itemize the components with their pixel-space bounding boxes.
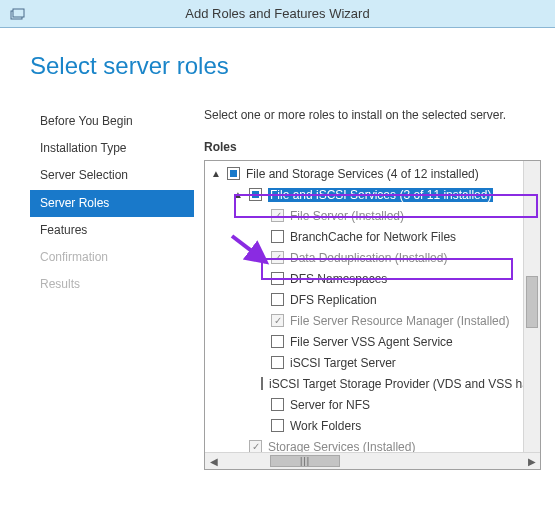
scroll-right-icon[interactable]: ▶ <box>523 453 540 469</box>
role-checkbox[interactable] <box>271 293 284 306</box>
role-checkbox: ✓ <box>271 251 284 264</box>
role-label[interactable]: File Server VSS Agent Service <box>290 335 453 349</box>
horizontal-scrollbar[interactable]: ◀ ||| ▶ <box>205 452 540 469</box>
sidebar-item-features[interactable]: Features <box>30 217 194 244</box>
role-label[interactable]: BranchCache for Network Files <box>290 230 456 244</box>
tree-item[interactable]: BranchCache for Network Files <box>211 226 523 247</box>
role-checkbox[interactable] <box>271 230 284 243</box>
sidebar-item-confirmation: Confirmation <box>30 244 194 271</box>
vertical-scrollbar[interactable] <box>523 161 540 452</box>
role-checkbox[interactable] <box>227 167 240 180</box>
step-sidebar: Before You Begin Installation Type Serve… <box>30 108 194 470</box>
tree-item[interactable]: ✓Storage Services (Installed) <box>211 436 523 452</box>
tree-item[interactable]: ▲File and Storage Services (4 of 12 inst… <box>211 163 523 184</box>
role-label[interactable]: Server for NFS <box>290 398 370 412</box>
role-checkbox: ✓ <box>271 209 284 222</box>
tree-item[interactable]: DFS Replication <box>211 289 523 310</box>
tree-item[interactable]: DFS Namespaces <box>211 268 523 289</box>
sidebar-item-results: Results <box>30 271 194 298</box>
role-label[interactable]: File Server Resource Manager (Installed) <box>290 314 509 328</box>
sidebar-item-before-you-begin[interactable]: Before You Begin <box>30 108 194 135</box>
role-checkbox[interactable] <box>271 398 284 411</box>
tree-item[interactable]: ✓File Server Resource Manager (Installed… <box>211 310 523 331</box>
window-title: Add Roles and Features Wizard <box>185 6 369 21</box>
tree-item[interactable]: File Server VSS Agent Service <box>211 331 523 352</box>
expand-toggle-icon[interactable]: ▲ <box>211 168 221 179</box>
tree-item[interactable]: iSCSI Target Storage Provider (VDS and V… <box>211 373 523 394</box>
role-label[interactable]: File and iSCSI Services (3 of 11 install… <box>268 188 493 202</box>
tree-item[interactable]: iSCSI Target Server <box>211 352 523 373</box>
role-checkbox[interactable] <box>271 419 284 432</box>
title-bar: Add Roles and Features Wizard <box>0 0 555 28</box>
tree-item[interactable]: Server for NFS <box>211 394 523 415</box>
roles-tree-box: ▲File and Storage Services (4 of 12 inst… <box>204 160 541 470</box>
role-label[interactable]: File and Storage Services (4 of 12 insta… <box>246 167 479 181</box>
role-label[interactable]: File Server (Installed) <box>290 209 404 223</box>
scroll-left-icon[interactable]: ◀ <box>205 453 222 469</box>
role-label[interactable]: Storage Services (Installed) <box>268 440 415 453</box>
instruction-text: Select one or more roles to install on t… <box>204 108 541 122</box>
sidebar-item-server-roles[interactable]: Server Roles <box>30 190 194 217</box>
wizard-body: Select server roles Before You Begin Ins… <box>0 28 555 506</box>
role-label[interactable]: iSCSI Target Server <box>290 356 396 370</box>
roles-tree: ▲File and Storage Services (4 of 12 inst… <box>205 161 523 452</box>
role-checkbox: ✓ <box>271 314 284 327</box>
sidebar-item-installation-type[interactable]: Installation Type <box>30 135 194 162</box>
roles-panel: Select one or more roles to install on t… <box>204 108 541 470</box>
page-title: Select server roles <box>30 52 541 80</box>
role-checkbox[interactable] <box>249 188 262 201</box>
role-label[interactable]: iSCSI Target Storage Provider (VDS and V… <box>269 377 523 391</box>
vertical-scroll-thumb[interactable] <box>526 276 538 328</box>
role-label[interactable]: Data Deduplication (Installed) <box>290 251 447 265</box>
role-checkbox[interactable] <box>271 335 284 348</box>
roles-heading: Roles <box>204 140 541 154</box>
role-label[interactable]: DFS Namespaces <box>290 272 387 286</box>
role-checkbox[interactable] <box>271 272 284 285</box>
role-checkbox[interactable] <box>271 356 284 369</box>
svg-rect-1 <box>13 9 24 17</box>
role-label[interactable]: Work Folders <box>290 419 361 433</box>
server-manager-icon <box>10 7 26 21</box>
role-checkbox[interactable] <box>261 377 263 390</box>
tree-item[interactable]: ✓Data Deduplication (Installed) <box>211 247 523 268</box>
tree-item[interactable]: Work Folders <box>211 415 523 436</box>
tree-item[interactable]: ▲File and iSCSI Services (3 of 11 instal… <box>211 184 523 205</box>
sidebar-item-server-selection[interactable]: Server Selection <box>30 162 194 189</box>
role-checkbox: ✓ <box>249 440 262 452</box>
horizontal-scroll-thumb[interactable]: ||| <box>270 455 340 467</box>
expand-toggle-icon[interactable]: ▲ <box>233 189 243 200</box>
tree-item[interactable]: ✓File Server (Installed) <box>211 205 523 226</box>
role-label[interactable]: DFS Replication <box>290 293 377 307</box>
